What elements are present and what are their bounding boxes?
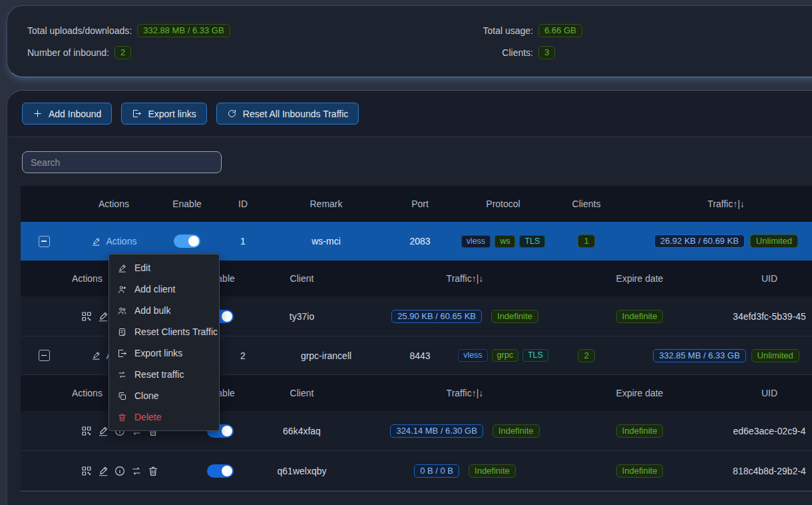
client-name: ty37io [240, 311, 363, 322]
inbound-id: 1 [214, 236, 272, 247]
clients-count-badge: 2 [578, 349, 594, 362]
add-client-icon [117, 284, 127, 294]
traffic-badge: 332.85 MB / 6.33 GB [653, 349, 745, 362]
client-actions [64, 465, 200, 477]
add-inbound-button[interactable]: Add Inbound [22, 103, 112, 125]
stat-clients: Clients: 3 [447, 45, 582, 60]
header-uid: UID [713, 273, 812, 284]
edit-icon [117, 263, 127, 273]
plus-icon [33, 109, 43, 119]
export-icon [117, 348, 127, 358]
stat-label: Total uploads/downloads: [27, 25, 132, 36]
info-icon[interactable] [114, 465, 126, 477]
header-enable: Enable [160, 199, 214, 209]
header-id: ID [214, 199, 272, 209]
client-uid: 34efd3fc-5b39-45 [713, 311, 812, 322]
toolbar: Add Inbound Export links Reset All Inbou… [7, 91, 812, 137]
table-bottom-divider [21, 491, 812, 492]
header-traffic-sort[interactable]: Traffic↑|↓ [363, 273, 566, 284]
delete-icon[interactable] [147, 465, 159, 477]
edit-icon[interactable] [97, 465, 109, 477]
client-uid: ed6e3ace-02c9-4 [713, 426, 812, 436]
protocol-tag: vless [461, 235, 491, 248]
traffic-limit-badge: Indefinite [469, 464, 516, 478]
reset-clients-traffic-icon [117, 327, 127, 337]
client-name: 66k4xfaq [240, 426, 363, 436]
inbound-port: 8443 [380, 350, 460, 361]
export-icon [132, 109, 142, 119]
traffic-badge: 26.92 KB / 60.69 KB [654, 235, 745, 248]
inbounds-table-header: Actions Enable ID Remark Port Protocol C… [21, 186, 812, 222]
qrcode-icon[interactable] [81, 465, 93, 477]
header-uid: UID [713, 388, 812, 398]
reset-traffic-icon [117, 370, 127, 380]
menu-item-clone[interactable]: Clone [109, 385, 219, 406]
inbound-remark: ws-mci [272, 236, 380, 247]
export-links-button[interactable]: Export links [121, 103, 206, 125]
inbound-id: 2 [214, 350, 272, 361]
header-clients: Clients [546, 199, 626, 209]
stat-label: Clients: [447, 47, 533, 58]
expire-badge: Indefinite [616, 464, 664, 478]
client-name: q61welxqby [240, 466, 363, 476]
traffic-limit-badge: Unlimited [750, 235, 798, 248]
traffic-limit-badge: Indefinite [491, 310, 538, 323]
stat-value-badge: 332.88 MB / 6.33 GB [137, 24, 230, 37]
menu-item-edit[interactable]: Edit [109, 257, 219, 278]
collapse-row-button[interactable] [39, 350, 50, 361]
header-client: Client [240, 388, 363, 398]
menu-item-reset-clients-traffic[interactable]: Reset Clients Traffic [109, 321, 219, 342]
stat-value-badge: 6.66 GB [538, 24, 582, 37]
traffic-limit-badge: Indefinite [493, 424, 540, 438]
qrcode-icon[interactable] [81, 310, 93, 322]
menu-item-delete[interactable]: Delete [109, 406, 219, 428]
client-row-q61welxqby: q61welxqby 0 B / 0 B Indefinite Indefini… [21, 451, 812, 491]
menu-item-add-client[interactable]: Add client [109, 278, 219, 300]
traffic-badge: 25.90 KB / 60.65 KB [391, 310, 482, 323]
traffic-badge: 0 B / 0 B [414, 464, 459, 478]
menu-item-add-bulk[interactable]: Add bulk [109, 300, 219, 321]
inbound-remark: grpc-irancell [272, 350, 380, 361]
client-uid: 818c4b8d-29b2-4 [713, 466, 812, 476]
add-bulk-icon [117, 306, 127, 316]
traffic-badge: 324.14 MB / 6.30 GB [390, 424, 483, 438]
stat-value-badge: 3 [538, 46, 555, 59]
stat-total-uploads-downloads: Total uploads/downloads: 332.88 MB / 6.3… [27, 23, 230, 38]
reset-all-inbounds-traffic-button[interactable]: Reset All Inbounds Traffic [216, 103, 359, 125]
header-protocol: Protocol [460, 199, 546, 209]
protocol-tag: vless [458, 349, 487, 362]
header-port: Port [380, 199, 460, 209]
menu-item-reset-traffic[interactable]: Reset traffic [109, 364, 219, 385]
enable-toggle[interactable] [174, 235, 200, 248]
enable-toggle[interactable] [207, 464, 234, 478]
edit-icon [91, 350, 101, 360]
traffic-limit-badge: Unlimited [751, 349, 799, 362]
clone-icon [117, 391, 127, 401]
header-traffic-sort[interactable]: Traffic↑|↓ [626, 199, 812, 209]
header-remark: Remark [272, 199, 380, 209]
menu-item-export-links[interactable]: Export links [109, 342, 219, 364]
row-actions-dropdown[interactable]: Actions [106, 236, 137, 247]
stat-number-of-inbound: Number of inbound: 2 [27, 45, 230, 60]
qrcode-icon[interactable] [81, 425, 93, 437]
delete-icon [117, 412, 127, 422]
transport-tag: ws [495, 235, 515, 248]
header-client: Client [240, 273, 363, 284]
actions-dropdown-menu: Edit Add client Add bulk Reset Clients T… [108, 254, 220, 431]
tls-tag: TLS [519, 235, 545, 248]
edit-icon [91, 237, 101, 247]
clients-count-badge: 1 [578, 235, 594, 248]
header-traffic-sort[interactable]: Traffic↑|↓ [363, 388, 566, 398]
stat-label: Number of inbound: [27, 47, 109, 58]
stat-value-badge: 2 [114, 46, 131, 59]
reset-icon[interactable] [130, 465, 142, 477]
edit-icon[interactable] [97, 425, 109, 437]
edit-icon[interactable] [97, 310, 109, 322]
stats-card: Total uploads/downloads: 332.88 MB / 6.3… [7, 5, 812, 77]
header-expire-date: Expire date [566, 388, 713, 398]
expire-badge: Indefinite [616, 424, 664, 438]
header-actions: Actions [67, 199, 160, 209]
search-input[interactable] [22, 151, 222, 173]
protocol-tags: vless ws TLS [460, 235, 546, 248]
collapse-row-button[interactable] [39, 236, 50, 247]
